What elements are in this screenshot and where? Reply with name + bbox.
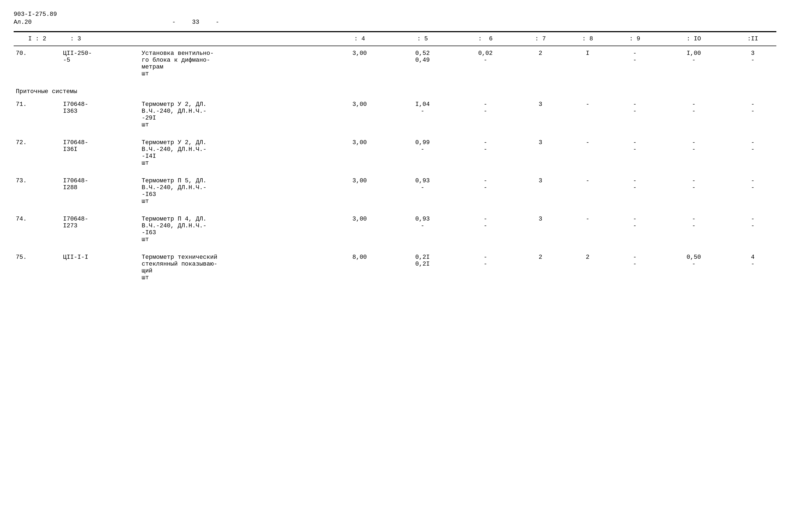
table-cell: 73. bbox=[14, 174, 61, 206]
table-cell: -- bbox=[729, 174, 776, 206]
table-cell: 70. bbox=[14, 46, 61, 79]
column-header-row: I : 2 : 3 : 4 : 5 : 6 : 7 : 8 : 9 : IO :… bbox=[14, 32, 776, 46]
table-cell: -- bbox=[611, 174, 658, 206]
table-cell: 3- bbox=[729, 46, 776, 79]
col-header-3 bbox=[139, 32, 328, 46]
col-header-4: : 4 bbox=[328, 32, 391, 46]
table-row: 75.ЦII-I-IТермометр техническийстеклянны… bbox=[14, 250, 776, 283]
table-cell: I70648-I363 bbox=[61, 97, 139, 130]
table-cell: 3 bbox=[517, 212, 564, 245]
table-cell: 3,00 bbox=[328, 46, 391, 79]
col-header-10: : IO bbox=[658, 32, 729, 46]
table-cell: -- bbox=[658, 174, 729, 206]
table-cell: 72. bbox=[14, 135, 61, 168]
table-cell: 3 bbox=[517, 97, 564, 130]
spacer-row bbox=[14, 245, 776, 250]
table-cell: -- bbox=[611, 212, 658, 245]
table-cell: 0,2I0,2I bbox=[391, 250, 454, 283]
table-cell: 3,00 bbox=[328, 212, 391, 245]
table-cell: -- bbox=[658, 135, 729, 168]
table-cell: 3 bbox=[517, 135, 564, 168]
col-header-2: : 3 bbox=[61, 32, 139, 46]
table-row: 73.I70648-I288Термометр П 5, ДЛ.В.Ч.-240… bbox=[14, 174, 776, 206]
doc-number: 903-I-275.89 bbox=[14, 11, 776, 18]
table-cell: I70648-I36I bbox=[61, 135, 139, 168]
table-cell: Термометр У 2, ДЛ.В.Ч.-240, ДЛ.Н.Ч.--I4I… bbox=[139, 135, 328, 168]
table-cell: -- bbox=[454, 250, 516, 283]
table-cell: 3,00 bbox=[328, 174, 391, 206]
subsection-title: Приточные системы bbox=[14, 84, 776, 97]
table-cell: Термометр П 4, ДЛ.В.Ч.-240, ДЛ.Н.Ч.--I63… bbox=[139, 212, 328, 245]
table-cell: -- bbox=[611, 97, 658, 130]
table-cell: 0,520,49 bbox=[391, 46, 454, 79]
table-cell: - bbox=[564, 97, 612, 130]
table-cell: ЦII-I-I bbox=[61, 250, 139, 283]
table-cell: I,04- bbox=[391, 97, 454, 130]
table-cell: -- bbox=[454, 212, 516, 245]
header-line2: Ал.20 - 33 - bbox=[14, 19, 776, 26]
col-header-8: : 8 bbox=[564, 32, 612, 46]
subsection-title-row: Приточные системы bbox=[14, 84, 776, 97]
col-header-7: : 7 bbox=[517, 32, 564, 46]
table-cell: -- bbox=[611, 46, 658, 79]
al-label: Ал.20 bbox=[14, 19, 63, 26]
table-row: 74.I70648-I273Термометр П 4, ДЛ.В.Ч.-240… bbox=[14, 212, 776, 245]
table-cell: -- bbox=[729, 97, 776, 130]
page-num: 33 bbox=[192, 19, 199, 26]
spacer-row bbox=[14, 168, 776, 174]
spacer-row bbox=[14, 283, 776, 288]
table-cell: I70648-I288 bbox=[61, 174, 139, 206]
table-cell: -- bbox=[658, 97, 729, 130]
table-cell: Термометр У 2, ДЛ.В.Ч.-240, ДЛ.Н.Ч.--29I… bbox=[139, 97, 328, 130]
spacer-row bbox=[14, 79, 776, 84]
table-cell: I,00- bbox=[658, 46, 729, 79]
table-cell: -- bbox=[729, 212, 776, 245]
table-cell: 74. bbox=[14, 212, 61, 245]
main-table-container: I : 2 : 3 : 4 : 5 : 6 : 7 : 8 : 9 : IO :… bbox=[14, 32, 776, 288]
table-cell: -- bbox=[454, 97, 516, 130]
table-cell: 3,00 bbox=[328, 97, 391, 130]
table-cell: 3,00 bbox=[328, 135, 391, 168]
table-cell: 71. bbox=[14, 97, 61, 130]
table-cell: 2 bbox=[517, 46, 564, 79]
dash1: - bbox=[172, 19, 175, 26]
table-cell: -- bbox=[454, 135, 516, 168]
table-cell: 75. bbox=[14, 250, 61, 283]
table-cell: 0,93- bbox=[391, 212, 454, 245]
table-cell: 0,50- bbox=[658, 250, 729, 283]
header-center: - 33 - bbox=[172, 19, 219, 26]
table-cell: I70648-I273 bbox=[61, 212, 139, 245]
spacer-row bbox=[14, 206, 776, 212]
dash2: - bbox=[216, 19, 219, 26]
table-row: 72.I70648-I36IТермометр У 2, ДЛ.В.Ч.-240… bbox=[14, 135, 776, 168]
col-header-9: : 9 bbox=[611, 32, 658, 46]
table-cell: - bbox=[564, 135, 612, 168]
table-cell: -- bbox=[611, 250, 658, 283]
table-cell: - bbox=[564, 212, 612, 245]
col-header-1: I : 2 bbox=[14, 32, 61, 46]
table-cell: Установка вентильно-го блока к дифмано-м… bbox=[139, 46, 328, 79]
table-row: 71.I70648-I363Термометр У 2, ДЛ.В.Ч.-240… bbox=[14, 97, 776, 130]
table-cell: Термометр П 5, ДЛ.В.Ч.-240, ДЛ.Н.Ч.--I63… bbox=[139, 174, 328, 206]
table-cell: - bbox=[564, 174, 612, 206]
table-cell: 0,99- bbox=[391, 135, 454, 168]
table-cell: 2 bbox=[517, 250, 564, 283]
table-cell: ЦII-250--5 bbox=[61, 46, 139, 79]
table-cell: -- bbox=[658, 212, 729, 245]
table-cell: 3 bbox=[517, 174, 564, 206]
page-header: 903-I-275.89 Ал.20 - 33 - bbox=[14, 11, 776, 26]
table-cell: -- bbox=[454, 174, 516, 206]
main-table: I : 2 : 3 : 4 : 5 : 6 : 7 : 8 : 9 : IO :… bbox=[14, 32, 776, 288]
col-header-6: : 6 bbox=[454, 32, 516, 46]
table-row: 70.ЦII-250--5Установка вентильно-го блок… bbox=[14, 46, 776, 79]
table-cell: -- bbox=[611, 135, 658, 168]
table-cell: 0,02- bbox=[454, 46, 516, 79]
col-header-5: : 5 bbox=[391, 32, 454, 46]
table-cell: 8,00 bbox=[328, 250, 391, 283]
spacer-row bbox=[14, 130, 776, 135]
table-cell: 4- bbox=[729, 250, 776, 283]
table-cell: I bbox=[564, 46, 612, 79]
table-cell: -- bbox=[729, 135, 776, 168]
table-cell: 2 bbox=[564, 250, 612, 283]
table-cell: Термометр техническийстеклянный показыва… bbox=[139, 250, 328, 283]
